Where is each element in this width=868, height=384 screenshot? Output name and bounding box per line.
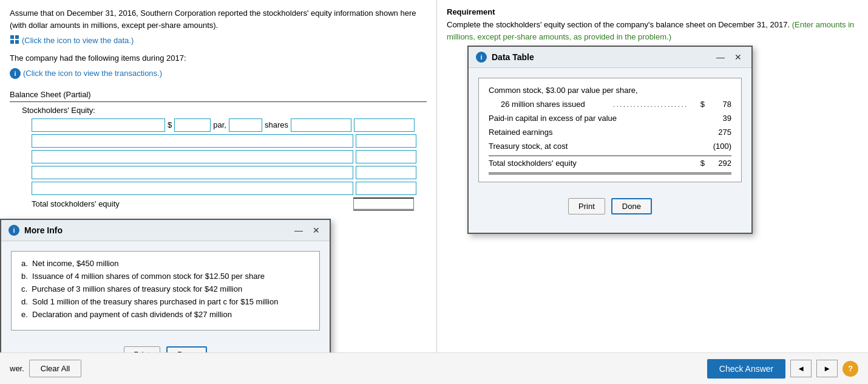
list-item: c. Purchase of 3 million shares of treas… [21,284,310,293]
data-table-row-4: Treasury stock, at cost (100) [489,142,731,151]
data-table-modal-header: i Data Table — ✕ [469,47,751,68]
data-table-title: Data Table [492,52,534,62]
total-dollar: $ [700,159,705,168]
total-equity-label: Total stockholders' equity [489,159,700,168]
svg-rect-2 [10,40,14,44]
treasury-stock-row [32,166,427,179]
common-stock-total-input[interactable] [354,118,415,132]
dollar-sign-1: $ [168,120,172,129]
data-table-print-button[interactable]: Print [568,198,605,214]
data-table-minimize-button[interactable]: — [714,52,727,62]
grid-icon [10,35,19,46]
data-table-row-3: Retained earnings 275 [489,128,731,137]
shares-label: shares [265,120,288,129]
treasury-stock-input[interactable] [32,166,353,179]
more-info-title: More Info [24,225,63,235]
data-table-row-2: Paid-in capital in excess of par value 3… [489,114,731,123]
common-stock-value-input[interactable] [291,118,351,132]
more-info-content: a. Net income, $450 million b. Issuance … [11,251,320,331]
total-label: Total stockholders' equity [32,199,353,208]
data-table-header-label: Common stock, $3.00 par value per share, [489,86,731,95]
more-info-close-button[interactable]: ✕ [310,225,322,235]
data-table-close-button[interactable]: ✕ [732,52,744,62]
row1-dots: ...................... [600,100,700,109]
bottom-left: wer. Clear All [10,360,81,377]
total-equity-value: 292 [707,159,731,168]
data-table-header-row: Common stock, $3.00 par value per share, [489,86,731,95]
requirement-title: Requirement [447,7,858,16]
nav-prev-button[interactable]: ◄ [790,360,812,377]
par-value-input[interactable] [174,118,211,132]
transactions-intro: The company had the following items duri… [10,52,427,64]
other-value-input[interactable] [356,182,416,195]
paid-in-capital-input[interactable] [32,134,353,148]
balance-sheet-title: Balance Sheet (Partial) [10,90,427,99]
bottom-bar: wer. Clear All Check Answer ◄ ► ? [0,352,868,384]
row4-value: (100) [707,142,731,151]
other-input[interactable] [32,182,353,195]
help-button[interactable]: ? [843,361,858,377]
nav-next-button[interactable]: ► [816,360,838,377]
intro-text: Assume that on December 31, 2016, Southe… [10,7,427,31]
other-row [32,182,427,195]
transactions-list: a. Net income, $450 million b. Issuance … [21,259,310,319]
retained-earnings-input[interactable] [32,150,353,163]
partial-answer-text: wer. [10,364,24,373]
data-table-content: Common stock, $3.00 par value per share,… [478,78,742,182]
data-table-row-1: 26 million shares issued ...............… [489,100,731,109]
row2-value: 39 [707,114,731,123]
view-data-label: (Click the icon to view the data.) [22,36,134,45]
requirement-text: Complete the stockholders' equity sectio… [447,19,858,43]
view-transactions-link[interactable]: i (Click the icon to view the transactio… [10,68,427,79]
more-info-modal-header: i More Info — ✕ [1,220,330,241]
total-row: Total stockholders' equity [32,197,427,211]
row1-value: 78 [707,100,731,109]
paid-in-capital-value-input[interactable] [356,134,416,148]
retained-earnings-row [32,150,427,163]
data-table-info-icon: i [476,52,487,63]
data-table-footer: Print Done [469,192,751,221]
svg-rect-0 [10,35,14,39]
info-icon: i [10,68,21,79]
data-table-modal: i Data Table — ✕ Common stock, $3.00 par… [467,46,753,234]
row3-value: 275 [707,128,731,137]
row2-label: Paid-in capital in excess of par value [489,114,707,123]
more-info-minimize-button[interactable]: — [292,225,305,235]
treasury-stock-value-input[interactable] [356,166,416,179]
common-stock-row: $ par, shares [32,118,427,132]
list-item: b. Issuance of 4 million shares of commo… [21,272,310,281]
svg-rect-1 [15,35,19,39]
list-item: a. Net income, $450 million [21,259,310,268]
total-equity-input[interactable] [353,197,414,211]
svg-rect-3 [15,40,19,44]
view-transactions-label: (Click the icon to view the transactions… [23,69,162,78]
list-item: d. Sold 1 million of the treasury shares… [21,297,310,306]
row4-label: Treasury stock, at cost [489,142,707,151]
list-item: e. Declaration and payment of cash divid… [21,310,310,319]
data-table-total-row: Total stockholders' equity $ 292 [489,159,731,168]
view-data-link[interactable]: (Click the icon to view the data.) [10,35,427,46]
check-answer-button[interactable]: Check Answer [707,359,785,379]
shares-count-input[interactable] [229,118,262,132]
row3-label: Retained earnings [489,128,707,137]
data-table-done-button[interactable]: Done [611,198,652,214]
bottom-right: Check Answer ◄ ► ? [707,359,858,379]
retained-earnings-value-input[interactable] [356,150,416,163]
paid-in-capital-row [32,134,427,148]
row1-label: 26 million shares issued [501,100,600,109]
row1-dollar: $ [700,100,705,109]
clear-all-button[interactable]: Clear All [29,360,81,377]
common-stock-description-input[interactable] [32,118,165,132]
par-label: par, [213,120,226,129]
more-info-icon: i [8,225,19,236]
stockholders-equity-label: Stockholders' Equity: [22,106,427,115]
